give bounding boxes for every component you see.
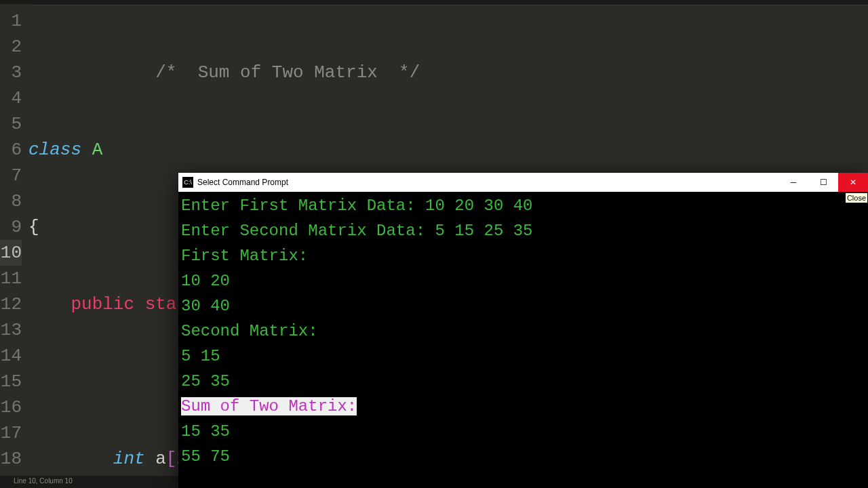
cmd-line: 15 35 [181,419,865,444]
cmd-title: Select Command Prompt [197,178,778,187]
brace-open: { [28,217,39,237]
cmd-icon: C:\ [182,177,193,188]
kw-int: int [113,449,145,469]
tab-bar: A.java [0,0,868,5]
code-comment: /* Sum of Two Matrix */ [28,62,420,83]
kw-class: class [28,140,81,160]
cmd-titlebar[interactable]: C:\ Select Command Prompt ─ ☐ ✕ [178,173,868,192]
kw-public: public [71,294,134,314]
maximize-button[interactable]: ☐ [808,173,838,192]
cmd-line: Sum of Two Matrix: [181,394,865,419]
close-tooltip: Close [845,192,868,203]
cmd-line: 25 35 [181,369,865,394]
cmd-line: Enter Second Matrix Data: 5 15 25 35 [181,218,865,243]
cmd-line: Second Matrix: [181,319,865,344]
cmd-line: 55 75 [181,444,865,469]
cmd-line: 30 40 [181,293,865,319]
cmd-line: First Matrix: [181,243,865,268]
close-button[interactable]: ✕ [838,173,868,192]
minimize-button[interactable]: ─ [778,173,808,192]
cmd-line: 10 20 [181,268,865,293]
cmd-output[interactable]: Enter First Matrix Data: 10 20 30 40Ente… [178,192,868,470]
line-number-gutter: 123456789101112131415161718 [0,5,28,474]
cursor-position: Line 10, Column 10 [14,477,73,485]
command-prompt-window[interactable]: C:\ Select Command Prompt ─ ☐ ✕ Enter Fi… [178,173,868,488]
cmd-line: 5 15 [181,344,865,369]
class-name: A [92,140,103,160]
cmd-line: Enter First Matrix Data: 10 20 30 40 [181,193,865,218]
